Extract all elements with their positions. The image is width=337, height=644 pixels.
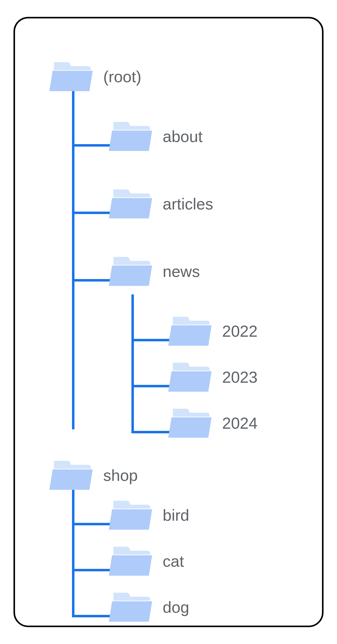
node-label-cat: cat (163, 553, 184, 569)
node-news: news (108, 255, 200, 288)
node-dog: dog (108, 590, 189, 624)
folder-icon (49, 60, 95, 94)
connector-line (72, 488, 74, 615)
connector-line (72, 279, 110, 282)
node-2023: 2023 (168, 360, 258, 394)
node-about: about (108, 120, 203, 153)
node-label-root: (root) (103, 69, 141, 85)
connector-line (72, 615, 110, 617)
folder-icon (108, 187, 154, 221)
node-label-articles: articles (163, 196, 213, 212)
node-cat: cat (108, 544, 184, 578)
node-label-2024: 2024 (222, 415, 258, 431)
connector-line (131, 339, 169, 341)
node-label-2022: 2022 (222, 323, 258, 339)
connector-line (72, 569, 110, 571)
node-label-bird: bird (163, 507, 189, 523)
node-root: (root) (49, 60, 141, 94)
node-articles: articles (108, 187, 213, 221)
folder-icon (108, 498, 154, 532)
folder-icon (108, 120, 154, 153)
connector-line (72, 89, 74, 429)
folder-icon (168, 360, 214, 394)
folder-icon (108, 590, 154, 624)
connector-line (72, 523, 110, 525)
node-label-dog: dog (163, 599, 189, 615)
node-bird: bird (108, 498, 189, 532)
connector-line (131, 431, 169, 433)
folder-icon (168, 314, 214, 348)
folder-icon (49, 458, 95, 492)
node-label-about: about (163, 128, 203, 144)
connector-line (72, 212, 110, 214)
node-2024: 2024 (168, 406, 258, 440)
connector-line (72, 144, 110, 147)
connector-line (131, 385, 169, 387)
diagram-canvas: (root) about articles news 2022 2023 (15, 18, 322, 626)
node-label-news: news (163, 263, 200, 279)
node-shop: shop (49, 458, 138, 492)
node-2022: 2022 (168, 314, 258, 348)
diagram-frame: (root) about articles news 2022 2023 (13, 17, 324, 627)
node-label-2023: 2023 (222, 369, 258, 385)
folder-icon (108, 255, 154, 288)
folder-icon (108, 544, 154, 578)
node-label-shop: shop (103, 467, 138, 483)
connector-line (131, 294, 134, 431)
folder-icon (168, 406, 214, 440)
